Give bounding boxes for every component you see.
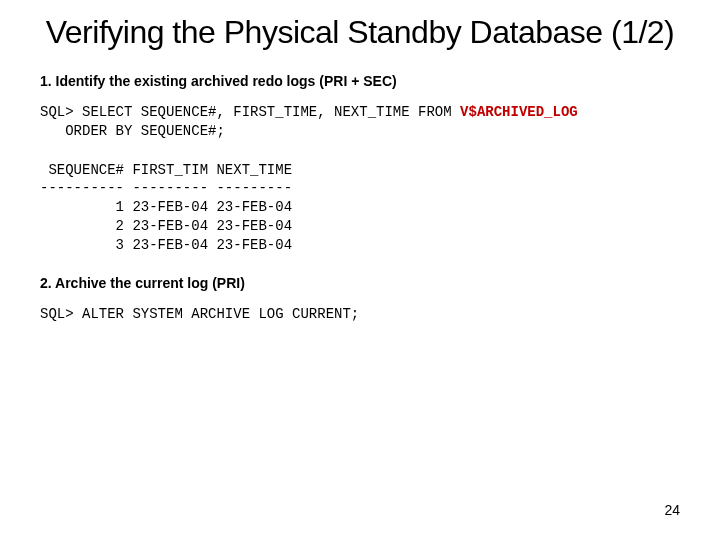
result-header: SEQUENCE# FIRST_TIM NEXT_TIME: [40, 162, 292, 178]
slide: Verifying the Physical Standby Database …: [0, 0, 720, 540]
sql-query-2: SQL> ALTER SYSTEM ARCHIVE LOG CURRENT;: [40, 305, 680, 324]
result-row: 2 23-FEB-04 23-FEB-04: [40, 218, 292, 234]
sql-result-1: SEQUENCE# FIRST_TIM NEXT_TIME ----------…: [40, 161, 680, 255]
page-number: 24: [664, 502, 680, 518]
result-row: 3 23-FEB-04 23-FEB-04: [40, 237, 292, 253]
result-divider: ---------- --------- ---------: [40, 180, 292, 196]
sql1-post: ORDER BY SEQUENCE#;: [40, 123, 225, 139]
result-row: 1 23-FEB-04 23-FEB-04: [40, 199, 292, 215]
slide-title: Verifying the Physical Standby Database …: [40, 14, 680, 51]
sql-query-1: SQL> SELECT SEQUENCE#, FIRST_TIME, NEXT_…: [40, 103, 680, 141]
sql2-text: SQL> ALTER SYSTEM ARCHIVE LOG CURRENT;: [40, 306, 359, 322]
step-2-heading: 2. Archive the current log (PRI): [40, 275, 680, 291]
sql1-pre: SQL> SELECT SEQUENCE#, FIRST_TIME, NEXT_…: [40, 104, 460, 120]
sql1-table-name: V$ARCHIVED_LOG: [460, 104, 578, 120]
step-1-heading: 1. Identify the existing archived redo l…: [40, 73, 680, 89]
